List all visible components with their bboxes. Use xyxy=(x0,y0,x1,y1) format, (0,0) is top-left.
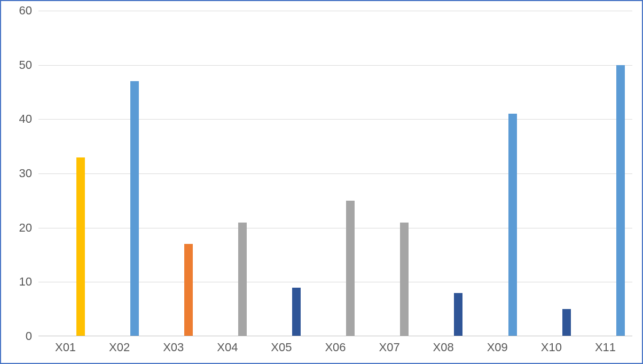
y-tick-label: 0 xyxy=(26,329,38,343)
chart-frame: 0102030405060 X01X02X03X04X05X06X07X08X0… xyxy=(0,0,643,364)
bar xyxy=(562,309,571,336)
x-tick-label: X09 xyxy=(487,341,508,354)
x-tick-label: X01 xyxy=(55,341,76,354)
bar xyxy=(238,223,247,337)
bar xyxy=(292,288,301,337)
y-tick-label: 50 xyxy=(19,58,38,72)
y-tick-label: 10 xyxy=(19,275,38,289)
bar xyxy=(346,201,355,336)
bar xyxy=(508,114,517,336)
y-tick-label: 60 xyxy=(19,4,38,18)
bar xyxy=(76,157,85,337)
x-tick-label: X08 xyxy=(433,341,454,354)
y-tick-label: 30 xyxy=(19,167,38,180)
x-tick-label: X03 xyxy=(163,341,184,354)
x-tick-label: X05 xyxy=(271,341,292,354)
y-tick-label: 40 xyxy=(19,112,38,126)
x-tick-label: X02 xyxy=(109,341,130,354)
bar xyxy=(616,65,625,336)
x-axis-line xyxy=(38,336,632,336)
x-tick-label: X10 xyxy=(541,341,562,354)
bars-layer: X01X02X03X04X05X06X07X08X09X10X11 xyxy=(38,11,632,336)
x-tick-label: X07 xyxy=(379,341,400,354)
x-tick-label: X11 xyxy=(595,341,616,354)
bar xyxy=(184,244,193,336)
y-tick-label: 20 xyxy=(19,221,38,235)
bar xyxy=(130,81,139,336)
x-tick-label: X06 xyxy=(325,341,346,354)
bar xyxy=(454,293,462,336)
plot-area: 0102030405060 X01X02X03X04X05X06X07X08X0… xyxy=(38,11,632,336)
x-tick-label: X04 xyxy=(217,341,238,354)
bar xyxy=(400,223,409,337)
